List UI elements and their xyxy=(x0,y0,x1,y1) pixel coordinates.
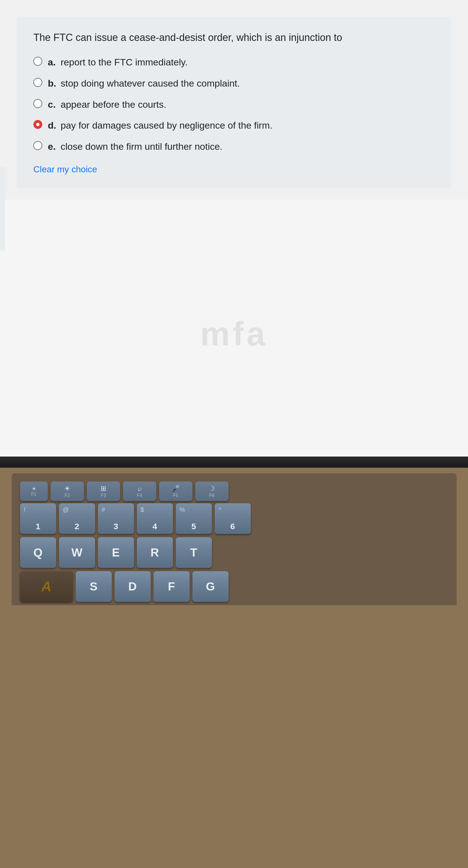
option-text-c: appear before the courts. xyxy=(61,98,166,111)
radio-outer-b xyxy=(33,78,42,87)
key-e[interactable]: E xyxy=(98,537,134,568)
option-text-a: report to the FTC immediately. xyxy=(61,56,188,69)
radio-outer-a xyxy=(33,57,42,66)
blank-area: mfa xyxy=(0,199,468,468)
screen: The FTC can issue a cease-and-desist ord… xyxy=(0,0,468,468)
f4-label: F4 xyxy=(137,493,142,498)
key-dollar-4[interactable]: $ 4 xyxy=(137,503,173,534)
bottom-char-6: 6 xyxy=(230,522,235,531)
radio-outer-e xyxy=(33,141,42,150)
bottom-char-2: 2 xyxy=(74,522,79,531)
key-g[interactable]: G xyxy=(193,571,229,602)
option-text-e: close down the firm until further notice… xyxy=(61,140,223,153)
question-text: The FTC can issue a cease-and-desist ord… xyxy=(33,31,435,44)
bottom-char-1: 1 xyxy=(36,522,40,531)
letter-t: T xyxy=(190,546,197,559)
option-label-b: b. xyxy=(48,77,58,90)
f3-label: F3 xyxy=(101,493,106,498)
f6-label: F6 xyxy=(209,493,214,498)
option-c[interactable]: c. appear before the courts. xyxy=(33,98,435,111)
number-key-row: ! 1 @ 2 # 3 $ 4 % 5 ^ 6 xyxy=(20,503,448,534)
mic-icon: 🎤 xyxy=(172,485,180,492)
caps-letter: A xyxy=(41,579,51,595)
option-text-d: pay for damages caused by negligence of … xyxy=(61,119,272,132)
f2-key[interactable]: ☀ F2 xyxy=(51,482,84,501)
search-icon: ⌕ xyxy=(138,485,141,492)
key-hash-3[interactable]: # 3 xyxy=(98,503,134,534)
keyboard-bezel: ☀ F1 ☀ F2 ⊞ F3 ⌕ F4 🎤 F5 ☽ F6 xyxy=(12,473,457,605)
escape-key[interactable]: ☀ F1 xyxy=(20,482,48,501)
bottom-char-5: 5 xyxy=(191,522,196,531)
left-edge-indicator xyxy=(0,167,5,251)
radio-a[interactable] xyxy=(33,57,42,66)
letter-d: D xyxy=(128,580,137,593)
fn-key-row: ☀ F1 ☀ F2 ⊞ F3 ⌕ F4 🎤 F5 ☽ F6 xyxy=(20,482,448,501)
options-list: a. report to the FTC immediately. b. sto… xyxy=(33,56,435,153)
mission-control-icon: ⊞ xyxy=(101,485,106,492)
key-percent-5[interactable]: % 5 xyxy=(176,503,212,534)
radio-outer-c xyxy=(33,99,42,108)
radio-outer-d xyxy=(33,120,42,129)
letter-f: F xyxy=(168,580,175,593)
key-t[interactable]: T xyxy=(176,537,212,568)
key-exclaim-1[interactable]: ! 1 xyxy=(20,503,56,534)
bottom-char-3: 3 xyxy=(113,522,118,531)
option-text-b: stop doing whatever caused the complaint… xyxy=(61,77,240,90)
key-w[interactable]: W xyxy=(59,537,95,568)
letter-r: R xyxy=(151,546,159,559)
f6-key[interactable]: ☽ F6 xyxy=(195,482,229,501)
option-label-d: d. xyxy=(48,119,58,132)
f3-key[interactable]: ⊞ F3 xyxy=(87,482,120,501)
f4-key[interactable]: ⌕ F4 xyxy=(123,482,156,501)
key-q[interactable]: Q xyxy=(20,537,56,568)
top-char-4: $ xyxy=(141,506,144,513)
option-label-e: e. xyxy=(48,140,58,153)
dnd-icon: ☽ xyxy=(209,485,215,492)
option-d[interactable]: d. pay for damages caused by negligence … xyxy=(33,119,435,132)
f5-label: F5 xyxy=(173,493,178,498)
radio-c[interactable] xyxy=(33,99,42,108)
key-f[interactable]: F xyxy=(154,571,190,602)
letter-w: W xyxy=(71,546,82,559)
screen-bezel xyxy=(0,457,468,468)
letter-s: S xyxy=(90,580,97,593)
option-a[interactable]: a. report to the FTC immediately. xyxy=(33,56,435,69)
radio-inner-d xyxy=(36,123,39,126)
option-e[interactable]: e. close down the firm until further not… xyxy=(33,140,435,153)
clear-choice-link[interactable]: Clear my choice xyxy=(33,164,97,174)
top-char-3: # xyxy=(102,506,105,513)
f5-key[interactable]: 🎤 F5 xyxy=(159,482,193,501)
top-char-1: ! xyxy=(24,506,26,513)
radio-d[interactable] xyxy=(33,120,42,129)
quiz-card: The FTC can issue a cease-and-desist ord… xyxy=(17,17,451,188)
watermark: mfa xyxy=(200,315,268,353)
key-r[interactable]: R xyxy=(137,537,173,568)
qwerty-key-row: Q W E R T xyxy=(20,537,448,568)
option-b[interactable]: b. stop doing whatever caused the compla… xyxy=(33,77,435,90)
top-char-2: @ xyxy=(63,506,69,513)
caps-lock-key[interactable]: A xyxy=(20,571,73,602)
key-at-2[interactable]: @ 2 xyxy=(59,503,95,534)
asdf-key-row: A S D F G xyxy=(20,571,448,602)
key-d[interactable]: D xyxy=(114,571,151,602)
radio-e[interactable] xyxy=(33,141,42,150)
f2-label: F2 xyxy=(65,493,70,498)
option-label-a: a. xyxy=(48,56,58,69)
option-label-c: c. xyxy=(48,98,58,111)
top-char-5: % xyxy=(180,506,185,513)
key-s[interactable]: S xyxy=(76,571,112,602)
radio-b[interactable] xyxy=(33,78,42,87)
bottom-char-4: 4 xyxy=(153,522,157,531)
escape-icon: ☀ xyxy=(32,486,36,492)
key-caret-6[interactable]: ^ 6 xyxy=(215,503,251,534)
letter-q: Q xyxy=(33,546,42,559)
top-char-6: ^ xyxy=(219,506,221,513)
f1-label: F1 xyxy=(31,492,36,497)
letter-e: E xyxy=(112,546,120,559)
letter-g: G xyxy=(206,580,215,593)
brightness-up-icon: ☀ xyxy=(64,485,70,492)
keyboard-area: ☀ F1 ☀ F2 ⊞ F3 ⌕ F4 🎤 F5 ☽ F6 xyxy=(0,468,468,868)
